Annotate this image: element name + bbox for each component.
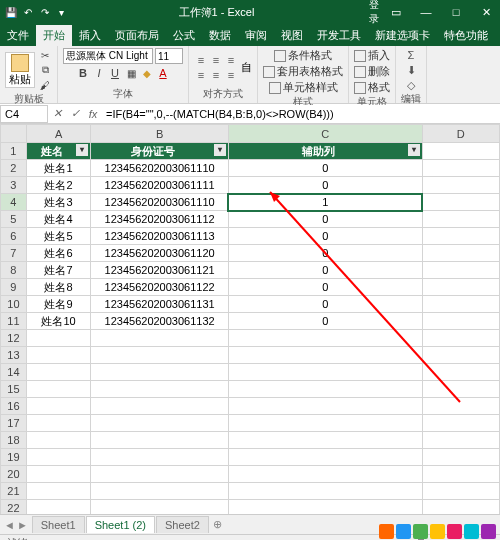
cell-id[interactable]: 123456202003061131 xyxy=(91,296,229,313)
fx-icon[interactable]: fx xyxy=(84,105,102,123)
border-icon[interactable]: ▦ xyxy=(124,66,138,80)
delete-cells-button[interactable]: 删除 xyxy=(354,64,390,79)
fill-icon[interactable]: ⬇ xyxy=(404,63,418,77)
cell-name[interactable]: 姓名9 xyxy=(26,296,91,313)
enter-icon[interactable]: ✓ xyxy=(66,105,84,123)
cell-helper[interactable]: 0 xyxy=(228,211,422,228)
tab-view[interactable]: 视图 xyxy=(274,25,310,46)
tray-icon[interactable] xyxy=(464,524,479,539)
filter-icon[interactable]: ▾ xyxy=(76,144,88,156)
tray-icon[interactable] xyxy=(396,524,411,539)
row-14[interactable]: 14 xyxy=(1,364,27,381)
formula-input[interactable] xyxy=(102,105,500,123)
tab-home[interactable]: 开始 xyxy=(36,25,72,46)
header-id[interactable]: 身份证号▾ xyxy=(91,143,229,160)
row-2[interactable]: 2 xyxy=(1,160,27,177)
cell-id[interactable]: 123456202003061112 xyxy=(91,211,229,228)
sheet-tab-3[interactable]: Sheet2 xyxy=(156,516,209,533)
table-format-button[interactable]: 套用表格格式 xyxy=(263,64,343,79)
tab-insert[interactable]: 插入 xyxy=(72,25,108,46)
fill-color-icon[interactable]: ◆ xyxy=(140,66,154,80)
save-icon[interactable]: 💾 xyxy=(4,6,17,19)
cell-name[interactable]: 姓名8 xyxy=(26,279,91,296)
paste-button[interactable]: 粘贴 xyxy=(5,52,35,88)
cell-id[interactable]: 123456202003061111 xyxy=(91,177,229,194)
maximize-icon[interactable]: □ xyxy=(442,2,470,22)
italic-icon[interactable]: I xyxy=(92,66,106,80)
ribbon-options-icon[interactable]: ▭ xyxy=(382,2,410,22)
redo-icon[interactable]: ↷ xyxy=(38,6,51,19)
cell-helper[interactable]: 0 xyxy=(228,228,422,245)
row-6[interactable]: 6 xyxy=(1,228,27,245)
row-13[interactable]: 13 xyxy=(1,347,27,364)
sheet-tab-2[interactable]: Sheet1 (2) xyxy=(86,516,155,533)
row-20[interactable]: 20 xyxy=(1,466,27,483)
login-area[interactable]: 登录 xyxy=(365,6,382,19)
cell-style-button[interactable]: 单元格样式 xyxy=(269,80,338,95)
row-15[interactable]: 15 xyxy=(1,381,27,398)
autosum-icon[interactable]: Σ xyxy=(404,48,418,62)
align-mid-icon[interactable]: ≡ xyxy=(209,53,223,67)
tab-data[interactable]: 数据 xyxy=(202,25,238,46)
cell-helper[interactable]: 1 xyxy=(228,194,422,211)
row-11[interactable]: 11 xyxy=(1,313,27,330)
filter-icon[interactable]: ▾ xyxy=(408,144,420,156)
font-size-select[interactable]: 11 xyxy=(155,48,183,64)
row-21[interactable]: 21 xyxy=(1,483,27,500)
tray-icon[interactable] xyxy=(430,524,445,539)
tab-layout[interactable]: 页面布局 xyxy=(108,25,166,46)
underline-icon[interactable]: U xyxy=(108,66,122,80)
minimize-icon[interactable]: — xyxy=(412,2,440,22)
row-19[interactable]: 19 xyxy=(1,449,27,466)
tray-icon[interactable] xyxy=(481,524,496,539)
row-18[interactable]: 18 xyxy=(1,432,27,449)
cancel-icon[interactable]: ✕ xyxy=(48,105,66,123)
tray-icon[interactable] xyxy=(413,524,428,539)
nav-next-icon[interactable]: ► xyxy=(17,519,28,531)
cell-name[interactable]: 姓名10 xyxy=(26,313,91,330)
conditional-format-button[interactable]: 条件格式 xyxy=(274,48,332,63)
name-box[interactable]: C4 xyxy=(0,105,48,123)
add-sheet-icon[interactable]: ⊕ xyxy=(210,517,226,533)
cell-id[interactable]: 123456202003061121 xyxy=(91,262,229,279)
align-left-icon[interactable]: ≡ xyxy=(194,68,208,82)
cell-helper[interactable]: 0 xyxy=(228,177,422,194)
tab-custom[interactable]: 新建选项卡 xyxy=(368,25,437,46)
col-D[interactable]: D xyxy=(422,125,499,143)
cell-name[interactable]: 姓名5 xyxy=(26,228,91,245)
cell-id[interactable]: 123456202003061120 xyxy=(91,245,229,262)
row-1[interactable]: 1 xyxy=(1,143,27,160)
cell-id[interactable]: 123456202003061110 xyxy=(91,160,229,177)
tab-review[interactable]: 审阅 xyxy=(238,25,274,46)
cell-helper[interactable]: 0 xyxy=(228,296,422,313)
row-17[interactable]: 17 xyxy=(1,415,27,432)
sheet-tab-1[interactable]: Sheet1 xyxy=(32,516,85,533)
cell-helper[interactable]: 0 xyxy=(228,160,422,177)
clear-icon[interactable]: ◇ xyxy=(404,78,418,92)
worksheet[interactable]: A B C D 1 姓名▾ 身份证号▾ 辅助列▾ 2 姓名1 123456202… xyxy=(0,124,500,514)
cell-helper[interactable]: 0 xyxy=(228,245,422,262)
select-all[interactable] xyxy=(1,125,27,143)
row-3[interactable]: 3 xyxy=(1,177,27,194)
header-name[interactable]: 姓名▾ xyxy=(26,143,91,160)
cell-name[interactable]: 姓名4 xyxy=(26,211,91,228)
qat-more-icon[interactable]: ▾ xyxy=(55,6,68,19)
tab-wpspdf[interactable]: WPS PDF xyxy=(495,28,500,46)
align-center-icon[interactable]: ≡ xyxy=(209,68,223,82)
col-B[interactable]: B xyxy=(91,125,229,143)
align-right-icon[interactable]: ≡ xyxy=(224,68,238,82)
align-bot-icon[interactable]: ≡ xyxy=(224,53,238,67)
row-8[interactable]: 8 xyxy=(1,262,27,279)
font-name-select[interactable]: 思源黑体 CN Light xyxy=(63,48,153,64)
cell-name[interactable]: 姓名3 xyxy=(26,194,91,211)
row-4[interactable]: 4 xyxy=(1,194,27,211)
cell-id[interactable]: 123456202003061110 xyxy=(91,194,229,211)
row-7[interactable]: 7 xyxy=(1,245,27,262)
insert-cells-button[interactable]: 插入 xyxy=(354,48,390,63)
cell-name[interactable]: 姓名1 xyxy=(26,160,91,177)
tab-formulas[interactable]: 公式 xyxy=(166,25,202,46)
col-A[interactable]: A xyxy=(26,125,91,143)
cell-name[interactable]: 姓名2 xyxy=(26,177,91,194)
filter-icon[interactable]: ▾ xyxy=(214,144,226,156)
cell-id[interactable]: 123456202003061132 xyxy=(91,313,229,330)
